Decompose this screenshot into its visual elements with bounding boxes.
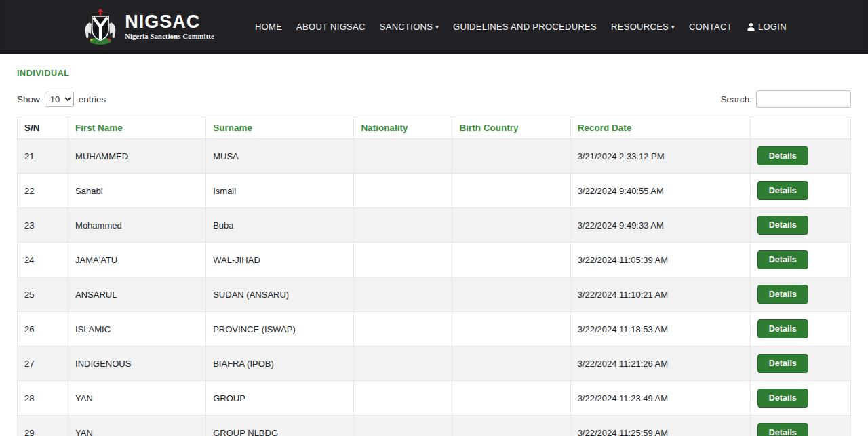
entries-label: entries [79, 94, 106, 104]
nav-about-label: ABOUT NIGSAC [296, 22, 366, 32]
page-title: INDIVIDUAL [17, 68, 851, 78]
table-row: 21 MUHAMMED MUSA 3/21/2024 2:33:12 PM De… [18, 139, 851, 174]
page-length-select[interactable]: 10 [45, 92, 74, 107]
table-row: 29 YAN GROUP NLBDG 3/22/2024 11:25:59 AM… [18, 416, 851, 436]
cell-surname: Ismail [206, 174, 354, 208]
cell-nationality [354, 312, 452, 346]
cell-nationality [354, 277, 452, 312]
cell-first-name: MUHAMMED [68, 139, 206, 174]
cell-actions: Details [750, 208, 850, 243]
cell-surname: WAL-JIHAD [206, 243, 354, 277]
cell-first-name: Sahabi [68, 174, 206, 208]
nav-sanctions-label: SANCTIONS [380, 22, 433, 32]
nav-resources-label: RESOURCES [611, 22, 669, 32]
cell-first-name: ANSARUL [68, 277, 206, 312]
cell-nationality [354, 243, 452, 277]
brand-logo[interactable]: NIGSAC Nigeria Sanctions Committe [81, 6, 214, 48]
nav-contact[interactable]: CONTACT [689, 22, 732, 32]
table-row: 28 YAN GROUP 3/22/2024 11:23:49 AM Detai… [18, 381, 851, 416]
details-button[interactable]: Details [757, 216, 808, 235]
table-row: 24 JAMA'ATU WAL-JIHAD 3/22/2024 11:05:39… [18, 243, 851, 277]
cell-record-date: 3/22/2024 9:40:55 AM [570, 174, 750, 208]
chevron-down-icon: ▾ [435, 24, 439, 31]
cell-sn: 24 [18, 243, 68, 277]
details-button[interactable]: Details [757, 354, 808, 373]
main-nav: HOME ABOUT NIGSAC SANCTIONS▾ GUIDELINES … [255, 22, 787, 32]
cell-birth-country [452, 312, 570, 346]
cell-sn: 23 [18, 208, 68, 243]
cell-sn: 22 [18, 174, 68, 208]
search-input[interactable] [756, 90, 851, 108]
details-button[interactable]: Details [757, 319, 808, 338]
table-body: 21 MUHAMMED MUSA 3/21/2024 2:33:12 PM De… [18, 139, 851, 436]
cell-birth-country [452, 208, 570, 243]
cell-sn: 21 [18, 139, 68, 174]
nav-login[interactable]: LOGIN [747, 22, 787, 32]
cell-first-name: INDIGENOUS [68, 346, 206, 381]
cell-record-date: 3/22/2024 11:21:26 AM [570, 346, 750, 381]
details-button[interactable]: Details [757, 285, 808, 304]
cell-birth-country [452, 416, 570, 436]
cell-actions: Details [750, 277, 850, 312]
cell-actions: Details [750, 416, 850, 436]
cell-actions: Details [750, 312, 850, 346]
nav-guidelines-and-procedures[interactable]: GUIDELINES AND PROCEDURES [453, 22, 597, 32]
table-row: 26 ISLAMIC PROVINCE (ISWAP) 3/22/2024 11… [18, 312, 851, 346]
details-button[interactable]: Details [757, 250, 808, 269]
cell-nationality [354, 139, 452, 174]
user-icon [747, 22, 755, 31]
cell-birth-country [452, 174, 570, 208]
search-label: Search: [720, 94, 752, 104]
cell-surname: GROUP [206, 381, 354, 416]
cell-sn: 26 [18, 312, 68, 346]
table-controls: Show 10 entries Search: [17, 90, 851, 108]
cell-actions: Details [750, 243, 850, 277]
top-navbar: NIGSAC Nigeria Sanctions Committe HOME A… [0, 0, 868, 54]
page-length-control: Show 10 entries [17, 92, 106, 107]
details-button[interactable]: Details [757, 146, 808, 165]
column-header-actions [750, 117, 850, 139]
column-header-nationality[interactable]: Nationality [354, 117, 452, 139]
cell-first-name: YAN [68, 381, 206, 416]
column-header-birth-country[interactable]: Birth Country [452, 117, 570, 139]
table-row: 27 INDIGENOUS BIAFRA (IPOB) 3/22/2024 11… [18, 346, 851, 381]
cell-actions: Details [750, 174, 850, 208]
cell-surname: MUSA [206, 139, 354, 174]
cell-nationality [354, 381, 452, 416]
cell-birth-country [452, 381, 570, 416]
nav-home-label: HOME [255, 22, 282, 32]
cell-record-date: 3/21/2024 2:33:12 PM [570, 139, 750, 174]
column-header-surname[interactable]: Surname [206, 117, 354, 139]
details-button[interactable]: Details [757, 181, 808, 200]
cell-first-name: YAN [68, 416, 206, 436]
cell-first-name: ISLAMIC [68, 312, 206, 346]
nav-about-nigsac[interactable]: ABOUT NIGSAC [296, 22, 366, 32]
cell-nationality [354, 346, 452, 381]
cell-birth-country [452, 346, 570, 381]
header-row: S/N First Name Surname Nationality Birth… [18, 117, 851, 139]
brand-text: NIGSAC Nigeria Sanctions Committe [125, 13, 214, 41]
cell-first-name: Mohammed [68, 208, 206, 243]
cell-sn: 29 [18, 416, 68, 436]
column-header-first-name[interactable]: First Name [68, 117, 206, 139]
nav-home[interactable]: HOME [255, 22, 282, 32]
nav-login-label: LOGIN [758, 22, 787, 32]
cell-birth-country [452, 277, 570, 312]
details-button[interactable]: Details [757, 423, 808, 436]
table-row: 22 Sahabi Ismail 3/22/2024 9:40:55 AM De… [18, 174, 851, 208]
cell-nationality [354, 416, 452, 436]
chevron-down-icon: ▾ [671, 24, 675, 31]
cell-nationality [354, 174, 452, 208]
cell-first-name: JAMA'ATU [68, 243, 206, 277]
cell-birth-country [452, 243, 570, 277]
table-head: S/N First Name Surname Nationality Birth… [18, 117, 851, 139]
column-header-sn[interactable]: S/N [18, 117, 68, 139]
column-header-record-date[interactable]: Record Date [570, 117, 750, 139]
nav-resources[interactable]: RESOURCES▾ [611, 22, 675, 32]
cell-actions: Details [750, 346, 850, 381]
cell-actions: Details [750, 381, 850, 416]
nav-sanctions[interactable]: SANCTIONS▾ [380, 22, 439, 32]
cell-sn: 28 [18, 381, 68, 416]
details-button[interactable]: Details [757, 389, 808, 408]
cell-sn: 25 [18, 277, 68, 312]
